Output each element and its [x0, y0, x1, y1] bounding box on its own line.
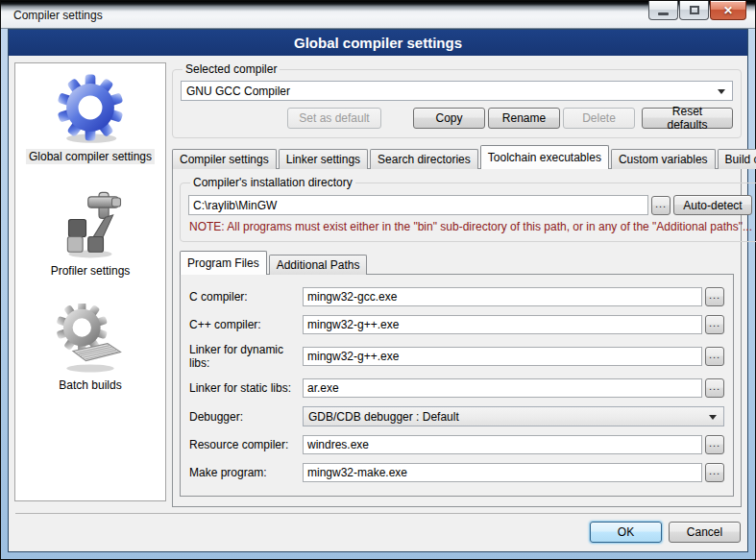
debugger-select[interactable]: GDB/CDB debugger : Default [303, 406, 724, 426]
minimize-button[interactable] [648, 1, 678, 20]
program-files-page: C compiler: ... C++ compiler: [180, 274, 734, 497]
sidebar-item-label: Batch builds [56, 377, 124, 393]
tab-compiler-settings[interactable]: Compiler settings [172, 149, 277, 169]
field-label: Linker for static libs: [189, 381, 303, 395]
minimize-icon [658, 12, 669, 15]
field-row-make-program: Make program: ... [189, 463, 724, 482]
chevron-down-icon [709, 415, 717, 420]
field-label: C compiler: [189, 290, 303, 304]
titlebar: Compiler settings ✕ [1, 1, 755, 29]
settings-tab-strip: Compiler settings Linker settings Search… [172, 145, 742, 169]
field-row-c-compiler: C compiler: ... [189, 287, 724, 306]
program-files-tab-strip: Program Files Additional Paths [180, 251, 734, 275]
window-frame: Compiler settings ✕ Global compiler sett… [1, 1, 755, 559]
profiler-caliper-icon [56, 189, 125, 258]
tab-custom-variables[interactable]: Custom variables [611, 149, 716, 169]
tab-additional-paths[interactable]: Additional Paths [269, 255, 368, 275]
close-icon: ✕ [723, 4, 733, 17]
installation-directory-legend: Compiler's installation directory [190, 176, 355, 189]
toolchain-executables-page: Compiler's installation directory ... Au… [172, 168, 742, 507]
maximize-icon [690, 6, 699, 14]
field-label: C++ compiler: [189, 318, 303, 331]
browse-make-program-button[interactable]: ... [705, 463, 724, 482]
header-band: Global compiler settings [9, 30, 747, 56]
sidebar-item-label: Profiler settings [48, 263, 134, 279]
chevron-down-icon [718, 89, 725, 94]
field-row-cpp-compiler: C++ compiler: ... [189, 315, 724, 334]
tab-program-files[interactable]: Program Files [180, 251, 267, 275]
make-program-input[interactable] [303, 463, 702, 482]
compiler-settings-window: Compiler settings ✕ Global compiler sett… [0, 0, 756, 560]
field-row-resource-compiler: Resource compiler: ... [189, 435, 724, 454]
debugger-select-value: GDB/CDB debugger : Default [308, 410, 459, 424]
resource-compiler-input[interactable] [303, 435, 702, 454]
field-row-static-linker: Linker for static libs: ... [189, 378, 724, 398]
field-row-dynamic-linker: Linker for dynamic libs: ... [189, 343, 724, 370]
blue-gear-icon [54, 71, 127, 144]
sidebar-item-profiler-settings[interactable]: Profiler settings [48, 189, 134, 279]
auto-detect-button[interactable]: Auto-detect [673, 195, 752, 215]
field-label: Debugger: [189, 410, 303, 424]
browse-cpp-compiler-button[interactable]: ... [705, 315, 724, 334]
browse-dynamic-linker-button[interactable]: ... [705, 347, 724, 366]
batch-gear-papers-icon [56, 304, 125, 373]
browse-directory-button[interactable]: ... [651, 196, 671, 215]
copy-button[interactable]: Copy [413, 108, 485, 129]
set-as-default-button: Set as default [287, 108, 381, 129]
ok-button[interactable]: OK [590, 522, 662, 543]
dialog-footer: OK Cancel [15, 513, 741, 551]
close-button[interactable]: ✕ [710, 1, 746, 20]
tab-search-directories[interactable]: Search directories [370, 149, 478, 169]
installation-directory-input[interactable] [188, 195, 648, 215]
compiler-buttons-row: Set as default Copy Rename Delete Reset … [180, 108, 734, 131]
window-title: Compiler settings [13, 9, 103, 22]
browse-static-linker-button[interactable]: ... [705, 378, 724, 398]
maximize-button[interactable] [679, 1, 709, 20]
installation-directory-group: Compiler's installation directory ... Au… [180, 176, 756, 242]
selected-compiler-legend: Selected compiler [183, 62, 280, 76]
page-title: Global compiler settings [294, 35, 462, 51]
sidebar-item-label: Global compiler settings [26, 149, 155, 164]
selected-compiler-group: Selected compiler GNU GCC Compiler Set a… [172, 62, 742, 138]
dialog-body: Global compiler settings Global compiler… [8, 29, 748, 552]
compiler-select-value: GNU GCC Compiler [186, 85, 290, 98]
tab-build-options[interactable]: Build options [718, 149, 756, 169]
sidebar-item-batch-builds[interactable]: Batch builds [56, 304, 125, 393]
rename-button[interactable]: Rename [488, 108, 560, 129]
dynamic-linker-input[interactable] [303, 347, 702, 366]
c-compiler-input[interactable] [303, 287, 702, 306]
field-row-debugger: Debugger: GDB/CDB debugger : Default [189, 406, 724, 426]
browse-resource-compiler-button[interactable]: ... [705, 435, 724, 454]
tab-toolchain-executables[interactable]: Toolchain executables [480, 145, 609, 169]
installation-note: NOTE: All programs must exist either in … [187, 216, 753, 234]
field-label: Resource compiler: [189, 438, 303, 451]
reset-defaults-button[interactable]: Reset defaults [642, 108, 733, 129]
static-linker-input[interactable] [303, 378, 702, 398]
window-controls: ✕ [648, 1, 746, 20]
sidebar-item-global-compiler-settings[interactable]: Global compiler settings [26, 71, 155, 164]
cancel-button[interactable]: Cancel [669, 522, 741, 543]
tab-linker-settings[interactable]: Linker settings [279, 149, 368, 169]
browse-c-compiler-button[interactable]: ... [705, 287, 724, 306]
delete-button: Delete [563, 108, 635, 129]
settings-category-list: Global compiler settings [14, 62, 166, 501]
field-label: Make program: [189, 466, 303, 479]
field-label: Linker for dynamic libs: [189, 343, 303, 370]
compiler-select[interactable]: GNU GCC Compiler [181, 81, 733, 101]
cpp-compiler-input[interactable] [303, 315, 702, 334]
